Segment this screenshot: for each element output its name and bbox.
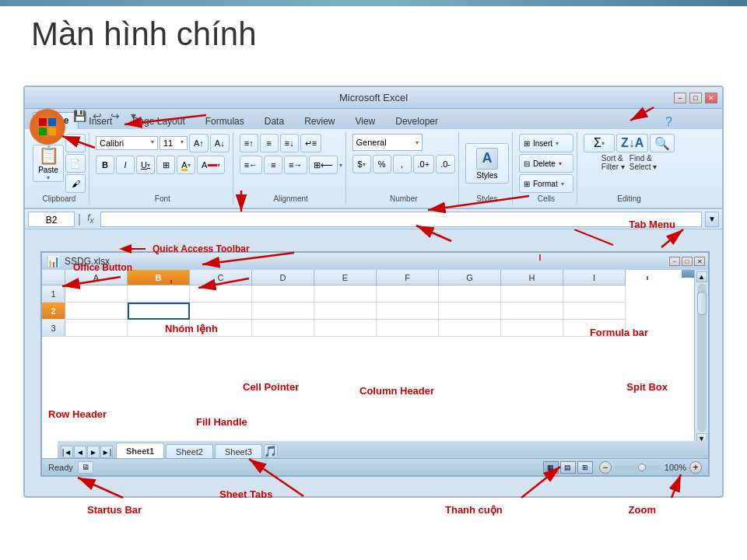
tab-view[interactable]: View <box>345 112 385 129</box>
fx-button[interactable]: fx <box>84 212 96 225</box>
tab-review[interactable]: Review <box>294 112 345 129</box>
v-scroll-thumb[interactable] <box>697 292 707 315</box>
qa-undo-btn[interactable]: ↩ <box>89 109 105 123</box>
add-sheet-btn[interactable]: 🎵 <box>264 444 278 458</box>
paste-btn[interactable]: 📋 Paste ▾ <box>33 145 64 182</box>
bold-btn[interactable]: B <box>96 156 114 174</box>
fill-color-btn[interactable]: A ▾ <box>177 156 195 174</box>
sheet-tab-3[interactable]: Sheet3 <box>215 444 262 458</box>
layout-view-btn[interactable]: ▤ <box>560 461 576 474</box>
font-color-btn[interactable]: A ▾ <box>197 156 225 174</box>
align-top-left-btn[interactable]: ≡↑ <box>240 134 258 152</box>
cell-G1[interactable] <box>439 285 501 303</box>
align-left-btn[interactable]: ≡← <box>240 156 262 174</box>
number-format-dropdown[interactable]: General▾ <box>352 134 423 151</box>
format-painter-btn[interactable]: 🖌 <box>65 174 86 193</box>
minimize-btn[interactable]: − <box>674 93 686 103</box>
sheet-prev-btn[interactable]: ◄ <box>74 446 86 458</box>
cell-E2[interactable] <box>314 303 377 320</box>
sheet-tab-2[interactable]: Sheet2 <box>166 444 213 458</box>
cell-C1[interactable] <box>190 285 252 303</box>
qa-more-btn[interactable]: ▾ <box>125 109 141 123</box>
cell-D2[interactable] <box>252 303 314 320</box>
format-btn[interactable]: ⊞Format▾ <box>519 174 573 193</box>
decrease-decimal-btn[interactable]: .0- <box>436 155 455 173</box>
cut-btn[interactable]: ✂ <box>65 134 86 152</box>
qa-save-btn[interactable]: 💾 <box>72 109 87 123</box>
maximize-btn[interactable]: □ <box>689 93 702 103</box>
cell-F3[interactable] <box>377 320 439 337</box>
cell-F1[interactable] <box>377 285 439 303</box>
cell-A1[interactable] <box>65 285 128 303</box>
wrap-text-btn[interactable]: ↵≡ <box>300 134 321 152</box>
row-header-3[interactable]: 3 <box>42 320 65 337</box>
normal-view-btn[interactable]: ▦ <box>543 461 559 474</box>
sheet-first-btn[interactable]: |◄ <box>61 446 73 458</box>
page-break-btn[interactable]: ⊞ <box>577 461 593 474</box>
cell-E3[interactable] <box>314 320 377 337</box>
border-btn[interactable]: ⊞ <box>156 156 175 174</box>
find-select-btn[interactable]: 🔍 <box>650 134 675 152</box>
currency-btn[interactable]: $▾ <box>352 155 371 173</box>
formula-input[interactable] <box>100 212 703 227</box>
col-header-H[interactable]: H <box>501 270 563 285</box>
underline-btn[interactable]: U ▾ <box>136 156 155 174</box>
italic-btn[interactable]: I <box>116 156 135 174</box>
comma-btn[interactable]: , <box>393 155 412 173</box>
cell-H3[interactable] <box>501 320 563 337</box>
cell-I1[interactable] <box>563 285 626 303</box>
align-top-right-btn[interactable]: ≡↓ <box>280 134 299 152</box>
tab-developer[interactable]: Developer <box>385 112 448 129</box>
sheet-next-btn[interactable]: ► <box>87 446 100 458</box>
align-top-center-btn[interactable]: ≡ <box>260 134 279 152</box>
cell-B2[interactable] <box>128 303 190 320</box>
zoom-out-btn[interactable]: − <box>599 461 612 474</box>
cell-D3[interactable] <box>252 320 314 337</box>
ss-close-btn[interactable]: ✕ <box>694 257 705 266</box>
percent-btn[interactable]: % <box>373 155 391 173</box>
ss-maximize-btn[interactable]: □ <box>682 257 693 266</box>
copy-btn[interactable]: 📄 <box>65 154 86 173</box>
scroll-up-btn[interactable]: ▲ <box>696 271 707 282</box>
formula-scroll-btn[interactable]: ▼ <box>705 212 719 227</box>
cell-I2[interactable] <box>563 303 626 320</box>
cell-E1[interactable] <box>314 285 377 303</box>
col-header-B[interactable]: B <box>128 270 190 285</box>
merge-btn[interactable]: ⊞⟵ <box>309 156 338 174</box>
split-box[interactable] <box>682 270 694 278</box>
decrease-font-btn[interactable]: A↓ <box>210 134 230 152</box>
increase-font-btn[interactable]: A↑ <box>189 134 209 152</box>
font-name-dropdown[interactable]: Calibri▾ <box>96 136 158 150</box>
cell-C2[interactable] <box>190 303 252 320</box>
col-header-G[interactable]: G <box>439 270 501 285</box>
delete-btn[interactable]: ⊟Delete▾ <box>519 154 573 173</box>
zoom-in-btn[interactable]: + <box>689 461 702 474</box>
cell-H2[interactable] <box>501 303 563 320</box>
help-btn[interactable]: ? <box>665 115 672 129</box>
cell-D1[interactable] <box>252 285 314 303</box>
qa-redo-btn[interactable]: ↪ <box>107 109 123 123</box>
align-right-btn[interactable]: ≡→ <box>284 156 307 174</box>
col-header-D[interactable]: D <box>252 270 314 285</box>
col-header-F[interactable]: F <box>377 270 439 285</box>
ss-minimize-btn[interactable]: − <box>669 257 680 266</box>
increase-decimal-btn[interactable]: .0+ <box>413 155 435 173</box>
cell-F2[interactable] <box>377 303 439 320</box>
autosum-btn[interactable]: Σ ▾ <box>584 134 615 152</box>
insert-btn[interactable]: ⊞Insert▾ <box>519 134 573 152</box>
col-header-I[interactable]: I <box>563 270 626 285</box>
row-header-2[interactable]: 2 <box>42 303 65 320</box>
name-box[interactable]: B2 <box>28 212 75 227</box>
styles-btn[interactable]: A Styles <box>465 143 509 184</box>
row-header-1[interactable]: 1 <box>42 285 65 303</box>
tab-data[interactable]: Data <box>254 112 294 129</box>
status-icon[interactable]: 🖥 <box>78 461 93 474</box>
tab-formulas[interactable]: Formulas <box>195 112 254 129</box>
sort-z-btn[interactable]: Z↓A <box>616 134 648 152</box>
cell-A2[interactable] <box>65 303 128 320</box>
zoom-slider[interactable] <box>615 465 661 470</box>
col-header-E[interactable]: E <box>314 270 377 285</box>
cell-H1[interactable] <box>501 285 563 303</box>
cell-G2[interactable] <box>439 303 501 320</box>
col-header-C[interactable]: C <box>190 270 252 285</box>
